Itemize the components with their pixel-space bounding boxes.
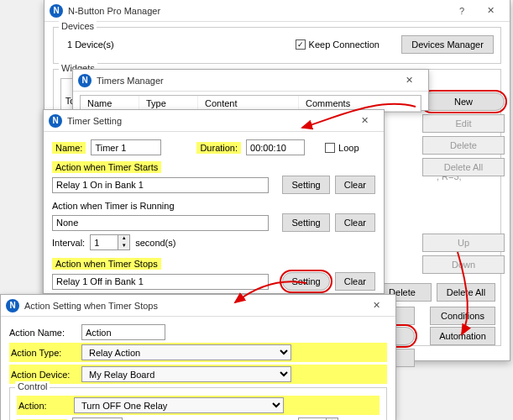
interval-label: Interval: [52,238,85,248]
stop-action-input[interactable] [52,274,269,290]
main-title: N-Button Pro Manager [68,6,448,16]
chevron-up-icon[interactable]: ▲ [118,235,129,243]
section-stop-label: Action when Timer Stops [52,258,161,270]
devices-legend: Devices [59,21,97,31]
checkbox-icon [325,143,335,153]
close-icon[interactable]: ✕ [476,0,505,21]
duration-label: Duration: [196,142,241,154]
timer-setting-titlebar: N Timer Setting ✕ [44,110,384,132]
action-type-select[interactable]: Relay Action [81,344,291,360]
duration-input[interactable] [246,139,305,155]
device-count: 1 Device(s) [60,39,291,50]
action-title: Action Setting when Timer Stops [24,301,362,311]
stop-setting-button[interactable]: Setting [282,272,329,291]
close-icon[interactable]: ✕ [395,70,423,91]
keep-connection-label: Keep Connection [309,39,380,50]
close-icon[interactable]: ✕ [362,295,390,316]
app-icon: N [49,114,62,128]
timer-setting-title: Timer Setting [67,116,350,126]
delete-timer-button[interactable]: Delete [422,136,505,155]
action-setting-window: N Action Setting when Timer Stops ✕ Acti… [0,294,396,420]
start-setting-button[interactable]: Setting [282,176,329,194]
app-icon: N [78,74,92,87]
loop-label: Loop [338,143,359,153]
section-start-label: Action when Timer Starts [52,161,161,173]
control-action-label: Action: [18,401,69,411]
delete-all-timers-button[interactable]: Delete All [422,158,505,176]
app-icon: N [6,299,19,312]
interval-input[interactable] [90,234,118,250]
running-clear-button[interactable]: Clear [335,213,375,232]
timers-title: Timers Manager [97,76,395,86]
timers-manager-window: N Timers Manager ✕ Name Type Content Com… [72,69,429,111]
stop-clear-button[interactable]: Clear [335,272,375,291]
action-name-input[interactable] [81,324,165,340]
conditions-button[interactable]: Conditions [430,307,495,325]
up-button[interactable]: Up [422,234,505,252]
section-running-label: Action when Timer is Running [52,201,375,211]
running-action-input[interactable] [52,215,269,231]
loop-checkbox[interactable]: Loop [325,143,359,153]
timer-name-input[interactable] [91,139,161,155]
close-icon[interactable]: ✕ [350,110,379,131]
automation-button[interactable]: Automation [430,327,495,345]
chevron-down-icon[interactable]: ▼ [118,243,129,250]
start-action-input[interactable] [52,177,269,193]
action-name-label: Action Name: [9,328,76,338]
timer-setting-window: N Timer Setting ✕ Name: Duration: Loop A… [43,109,385,294]
keep-connection-checkbox[interactable]: ✓ Keep Connection [296,39,380,50]
delete-all-button[interactable]: Delete All [437,283,495,302]
running-setting-button[interactable]: Setting [282,213,329,232]
action-device-label: Action Device: [11,370,76,380]
new-timer-button[interactable]: New [422,92,505,111]
app-icon: N [50,4,63,18]
timers-side-buttons: New Edit Delete Delete All Up Down [422,92,505,274]
interval-unit: second(s) [135,238,175,248]
action-type-label: Action Type: [11,348,76,358]
help-button[interactable]: ? [448,0,476,21]
timers-titlebar: N Timers Manager ✕ [73,70,428,92]
devices-group: Devices 1 Device(s) ✓ Keep Connection De… [53,27,501,64]
down-button[interactable]: Down [422,255,505,274]
interval-spinner[interactable]: ▲▼ [90,234,130,250]
edit-timer-button[interactable]: Edit [422,114,505,133]
check-icon: ✓ [296,39,306,50]
devices-manager-button[interactable]: Devices Manager [401,35,494,54]
start-clear-button[interactable]: Clear [335,176,375,194]
action-device-select[interactable]: My Relay Board [81,366,291,382]
name-label: Name: [52,142,86,154]
main-titlebar: N N-Button Pro Manager ? ✕ [44,0,510,22]
action-titlebar: N Action Setting when Timer Stops ✕ [1,295,395,317]
control-legend: Control [15,381,50,391]
control-action-select[interactable]: Turn OFF One Relay [74,397,284,413]
